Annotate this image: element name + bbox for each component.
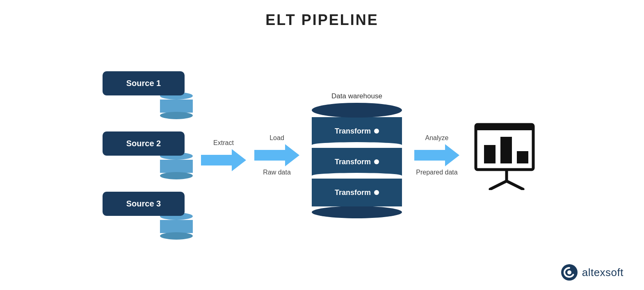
warehouse-column: Data warehouse Transform Transform — [312, 92, 402, 218]
transform-dot-2 — [374, 159, 379, 164]
svg-marker-0 — [201, 149, 246, 171]
raw-data-label: Raw data — [263, 169, 291, 176]
transform-label-3: Transform — [335, 188, 371, 197]
source-item-1: Source 1 — [103, 71, 185, 119]
source-item-3: Source 3 — [103, 192, 185, 240]
cylinder-1 — [160, 92, 193, 119]
svg-rect-7 — [517, 151, 528, 163]
big-cylinder: Transform Transform Transform — [312, 103, 402, 218]
load-label: Load — [269, 134, 284, 142]
cylinder-bottom-cap — [312, 206, 402, 218]
extract-label: Extract — [213, 139, 234, 147]
analyze-arrow-container: Analyze Prepared data — [414, 134, 459, 176]
branding: altexsoft — [561, 264, 623, 281]
source-box-3: Source 3 — [103, 192, 185, 216]
analyze-label: Analyze — [425, 134, 449, 142]
sources-column: Source 1 Source 2 Source 3 — [103, 71, 185, 240]
brand-name: altexsoft — [582, 266, 623, 279]
load-arrow — [254, 144, 299, 166]
diagram: Source 1 Source 2 Source 3 — [0, 29, 644, 282]
extract-arrow — [201, 149, 246, 171]
cylinder-3 — [160, 213, 193, 240]
svg-rect-6 — [500, 137, 512, 163]
extract-arrow-container: Extract — [201, 139, 246, 171]
svg-line-10 — [507, 181, 523, 189]
svg-marker-1 — [254, 144, 299, 166]
svg-marker-2 — [414, 144, 459, 166]
page-title: ELT PIPELINE — [0, 0, 644, 29]
transform-label-1: Transform — [335, 127, 371, 136]
transform-dot-3 — [374, 190, 379, 195]
cylinder-2 — [160, 152, 193, 179]
svg-rect-4 — [476, 125, 533, 130]
load-arrow-container: Load Raw data — [254, 134, 299, 176]
prepared-data-label: Prepared data — [416, 169, 457, 176]
svg-rect-5 — [484, 145, 496, 163]
source-box-1: Source 1 — [103, 71, 185, 95]
analyze-arrow — [414, 144, 459, 166]
presentation-chart-svg — [472, 120, 541, 190]
transform-dot-1 — [374, 129, 379, 134]
source-box-2: Source 2 — [103, 131, 185, 156]
source-item-2: Source 2 — [103, 131, 185, 179]
chart-icon — [472, 120, 541, 190]
warehouse-label: Data warehouse — [331, 92, 382, 100]
cylinder-top-cap — [312, 103, 402, 118]
svg-line-9 — [490, 181, 507, 189]
svg-point-12 — [567, 270, 571, 274]
altexsoft-logo-icon — [561, 264, 578, 281]
transform-label-2: Transform — [335, 158, 371, 166]
